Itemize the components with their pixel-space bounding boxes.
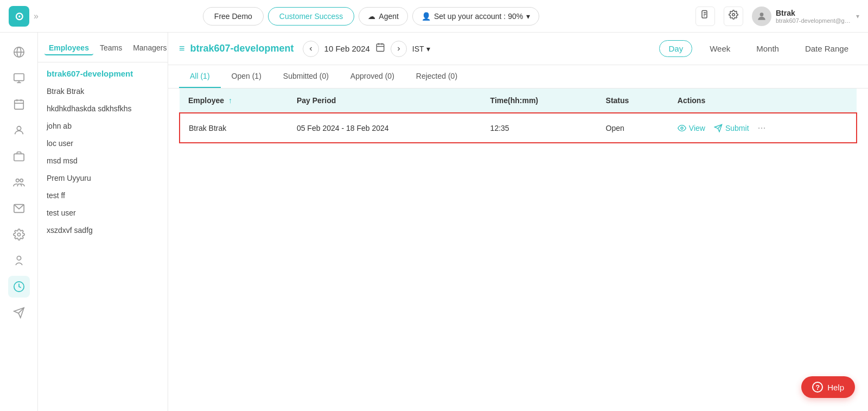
date-range-view-tab[interactable]: Date Range [796,41,857,56]
status-column-header: Status [597,88,669,113]
settings-gear-icon[interactable] [8,224,30,245]
rejected-tab[interactable]: Rejected (0) [405,65,468,88]
submitted-tab[interactable]: Submitted (0) [272,65,340,88]
mail-icon[interactable] [8,198,30,219]
monitor-icon[interactable] [8,67,30,89]
svg-point-31 [681,127,683,129]
view-button[interactable]: View [678,124,705,132]
org-title: btrak607-development [190,43,294,54]
content-header: ≡ btrak607-development 10 Feb 2024 IST ▾ [168,33,868,65]
employees-tab[interactable]: Employees [44,41,93,55]
actions-column-header: Actions [669,88,857,113]
pay-period-cell: 05 Feb 2024 - 18 Feb 2024 [288,113,482,143]
send-icon[interactable] [8,302,30,324]
document-icon-button[interactable] [695,7,715,26]
list-item[interactable]: msd msd [38,152,168,169]
list-item[interactable]: Prem Uyyuru [38,169,168,187]
help-circle-icon: ? [812,382,823,393]
calendar-button[interactable] [375,42,385,55]
main-layout: Employees Teams Managers btrak607-develo… [0,33,868,411]
agent-button[interactable]: ☁ Agent [359,7,408,26]
panel-tabs: Employees Teams Managers [38,41,168,62]
settings-icon-button[interactable] [724,7,743,26]
table-row: Btrak Btrak 05 Feb 2024 - 18 Feb 2024 12… [180,113,857,143]
date-navigation: 10 Feb 2024 IST ▾ [303,41,430,57]
time-column-header: Time(hh:mm) [482,88,597,113]
current-date: 10 Feb 2024 [324,44,370,53]
employee-cell: Btrak Btrak [180,113,288,143]
status-tabs: All (1) Open (1) Submitted (0) Approved … [168,65,868,88]
app-logo[interactable]: ⊙ [9,6,29,27]
document-icon [700,10,710,22]
timezone-selector[interactable]: IST ▾ [412,45,430,53]
list-item[interactable]: test ff [38,187,168,204]
user-chevron-icon: ▾ [856,12,859,20]
approved-tab[interactable]: Approved (0) [340,65,405,88]
globe-icon[interactable] [8,41,30,63]
avatar [752,7,771,26]
svg-point-19 [16,179,19,182]
svg-point-5 [760,12,764,16]
month-view-tab[interactable]: Month [748,41,788,56]
user-profile[interactable]: Btrak btrak607-development@gm... ▾ [752,7,859,26]
list-item[interactable]: Btrak Btrak [38,83,168,100]
logo-area: ⊙ » [9,6,47,27]
next-date-button[interactable] [391,41,407,57]
help-button[interactable]: ? Help [801,376,855,398]
list-item[interactable]: xszdxvf sadfg [38,222,168,239]
cloud-icon: ☁ [368,12,375,21]
week-view-tab[interactable]: Week [701,41,739,56]
svg-rect-9 [14,74,23,81]
customer-success-button[interactable]: Customer Success [268,7,354,26]
setup-account-button[interactable]: 👤 Set up your account : 90% ▾ [412,7,539,26]
main-content: ≡ btrak607-development 10 Feb 2024 IST ▾ [168,33,868,411]
svg-point-22 [17,233,21,236]
panel-org-name: btrak607-development [38,62,168,83]
submit-button[interactable]: Submit [714,124,749,132]
list-item[interactable]: john ab [38,117,168,135]
free-demo-button[interactable]: Free Demo [203,7,264,26]
timezone-label: IST [412,45,424,53]
nav-center: Free Demo Customer Success ☁ Agent 👤 Set… [53,7,689,26]
group-icon[interactable] [8,172,30,193]
nav-right: Btrak btrak607-development@gm... ▾ [695,7,859,26]
status-cell: Open [597,113,669,143]
actions-cell: View Submit ··· [669,113,857,143]
calendar-icon[interactable] [8,93,30,115]
menu-icon[interactable]: ≡ [179,43,185,54]
more-options-icon[interactable]: ··· [758,122,766,134]
time-cell: 12:35 [482,113,597,143]
clock-icon[interactable] [8,276,30,298]
user2-icon[interactable] [8,250,30,271]
day-view-tab[interactable]: Day [659,40,692,57]
left-panel: Employees Teams Managers btrak607-develo… [38,33,168,411]
user-email: btrak607-development@gm... [776,17,852,24]
svg-point-20 [20,179,23,182]
gear-icon [729,10,738,22]
employee-column-header: Employee ↑ [180,88,288,113]
list-item[interactable]: loc user [38,135,168,152]
timesheet-table-container: Employee ↑ Pay Period Time(hh:mm) Status… [168,88,868,411]
all-tab[interactable]: All (1) [179,65,221,88]
employee-list: Btrak Btrak hkdhkdhaskda sdkhsfkhs john … [38,83,168,239]
open-tab[interactable]: Open (1) [221,65,272,88]
svg-rect-27 [376,44,384,52]
person-icon[interactable] [8,119,30,141]
svg-rect-17 [14,154,23,161]
managers-tab[interactable]: Managers [129,41,171,55]
briefcase-icon[interactable] [8,146,30,167]
prev-date-button[interactable] [303,41,319,57]
user-setup-icon: 👤 [422,12,431,21]
sort-arrow-icon[interactable]: ↑ [228,96,232,105]
user-name: Btrak [776,9,852,17]
view-tabs: Day Week Month Date Range [659,40,857,57]
svg-point-4 [732,14,735,16]
expand-icon[interactable]: » [34,11,39,21]
list-item[interactable]: hkdhkdhaskda sdkhsfkhs [38,100,168,117]
teams-tab[interactable]: Teams [95,41,126,55]
svg-point-23 [17,256,21,260]
svg-point-16 [17,127,21,130]
list-item[interactable]: test user [38,204,168,222]
pay-period-column-header: Pay Period [288,88,482,113]
timezone-chevron-icon: ▾ [426,45,430,53]
